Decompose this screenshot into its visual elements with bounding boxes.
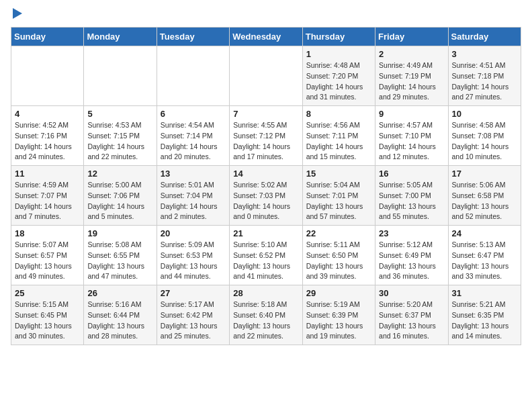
day-info: Sunrise: 4:53 AM Sunset: 7:15 PM Dayligh… [87,120,152,163]
day-number: 7 [233,109,298,119]
calendar-cell: 19Sunrise: 5:08 AM Sunset: 6:55 PM Dayli… [84,226,157,285]
day-number: 22 [306,228,371,238]
day-info: Sunrise: 5:04 AM Sunset: 7:01 PM Dayligh… [306,180,371,222]
day-info: Sunrise: 4:55 AM Sunset: 7:12 PM Dayligh… [233,120,298,163]
day-info: Sunrise: 5:19 AM Sunset: 6:39 PM Dayligh… [306,300,371,342]
weekday-header: Wednesday [230,28,302,46]
day-number: 1 [306,49,371,59]
day-number: 15 [306,169,371,179]
day-number: 20 [161,228,226,238]
day-number: 9 [379,109,444,119]
day-info: Sunrise: 4:52 AM Sunset: 7:16 PM Dayligh… [15,120,80,163]
calendar-cell: 31Sunrise: 5:21 AM Sunset: 6:35 PM Dayli… [448,285,521,345]
page-header [11,11,521,19]
calendar-week-row: 1Sunrise: 4:48 AM Sunset: 7:20 PM Daylig… [11,46,521,106]
day-info: Sunrise: 5:09 AM Sunset: 6:53 PM Dayligh… [161,240,226,282]
calendar-cell: 16Sunrise: 5:05 AM Sunset: 7:00 PM Dayli… [375,166,448,226]
day-info: Sunrise: 4:48 AM Sunset: 7:20 PM Dayligh… [306,60,371,103]
calendar-cell: 6Sunrise: 4:54 AM Sunset: 7:14 PM Daylig… [157,106,229,166]
day-number: 17 [452,169,517,179]
weekday-header: Sunday [11,28,84,46]
calendar-cell [157,46,229,106]
calendar-cell: 9Sunrise: 4:57 AM Sunset: 7:10 PM Daylig… [375,106,448,166]
calendar-week-row: 18Sunrise: 5:07 AM Sunset: 6:57 PM Dayli… [11,226,521,285]
day-number: 24 [452,228,517,238]
calendar-week-row: 11Sunrise: 4:59 AM Sunset: 7:07 PM Dayli… [11,166,521,226]
day-info: Sunrise: 5:16 AM Sunset: 6:44 PM Dayligh… [87,300,152,342]
calendar-cell: 21Sunrise: 5:10 AM Sunset: 6:52 PM Dayli… [230,226,302,285]
day-number: 21 [233,228,298,238]
day-info: Sunrise: 5:15 AM Sunset: 6:45 PM Dayligh… [15,300,80,342]
day-info: Sunrise: 4:57 AM Sunset: 7:10 PM Dayligh… [379,120,444,163]
calendar-cell: 2Sunrise: 4:49 AM Sunset: 7:19 PM Daylig… [375,46,448,106]
calendar-cell: 20Sunrise: 5:09 AM Sunset: 6:53 PM Dayli… [157,226,229,285]
day-number: 31 [452,288,517,298]
day-number: 10 [452,109,517,119]
calendar-cell: 13Sunrise: 5:01 AM Sunset: 7:04 PM Dayli… [157,166,229,226]
calendar-cell: 17Sunrise: 5:06 AM Sunset: 6:58 PM Dayli… [448,166,521,226]
calendar-cell: 5Sunrise: 4:53 AM Sunset: 7:15 PM Daylig… [84,106,157,166]
calendar-cell: 12Sunrise: 5:00 AM Sunset: 7:06 PM Dayli… [84,166,157,226]
calendar-cell: 24Sunrise: 5:13 AM Sunset: 6:47 PM Dayli… [448,226,521,285]
day-number: 8 [306,109,371,119]
day-number: 6 [161,109,226,119]
weekday-header: Monday [84,28,157,46]
day-info: Sunrise: 5:10 AM Sunset: 6:52 PM Dayligh… [233,240,298,282]
day-number: 19 [87,228,152,238]
calendar-cell: 18Sunrise: 5:07 AM Sunset: 6:57 PM Dayli… [11,226,84,285]
day-info: Sunrise: 5:08 AM Sunset: 6:55 PM Dayligh… [87,240,152,282]
day-info: Sunrise: 5:02 AM Sunset: 7:03 PM Dayligh… [233,180,298,222]
day-number: 13 [161,169,226,179]
day-number: 14 [233,169,298,179]
day-info: Sunrise: 4:49 AM Sunset: 7:19 PM Dayligh… [379,60,444,103]
day-info: Sunrise: 5:18 AM Sunset: 6:40 PM Dayligh… [233,300,298,342]
calendar-cell: 15Sunrise: 5:04 AM Sunset: 7:01 PM Dayli… [302,166,375,226]
day-info: Sunrise: 5:06 AM Sunset: 6:58 PM Dayligh… [452,180,517,222]
calendar-cell: 14Sunrise: 5:02 AM Sunset: 7:03 PM Dayli… [230,166,302,226]
calendar-cell: 25Sunrise: 5:15 AM Sunset: 6:45 PM Dayli… [11,285,84,345]
day-info: Sunrise: 5:21 AM Sunset: 6:35 PM Dayligh… [452,300,517,342]
day-info: Sunrise: 5:12 AM Sunset: 6:49 PM Dayligh… [379,240,444,282]
day-number: 30 [379,288,444,298]
calendar-table: SundayMondayTuesdayWednesdayThursdayFrid… [11,27,521,345]
calendar-cell: 1Sunrise: 4:48 AM Sunset: 7:20 PM Daylig… [302,46,375,106]
calendar-cell: 28Sunrise: 5:18 AM Sunset: 6:40 PM Dayli… [230,285,302,345]
day-number: 12 [87,169,152,179]
day-info: Sunrise: 5:05 AM Sunset: 7:00 PM Dayligh… [379,180,444,222]
calendar-cell: 22Sunrise: 5:11 AM Sunset: 6:50 PM Dayli… [302,226,375,285]
day-info: Sunrise: 4:58 AM Sunset: 7:08 PM Dayligh… [452,120,517,163]
calendar-cell: 4Sunrise: 4:52 AM Sunset: 7:16 PM Daylig… [11,106,84,166]
logo-arrow-icon [13,8,22,19]
calendar-cell [84,46,157,106]
calendar-cell: 3Sunrise: 4:51 AM Sunset: 7:18 PM Daylig… [448,46,521,106]
day-info: Sunrise: 4:56 AM Sunset: 7:11 PM Dayligh… [306,120,371,163]
calendar-week-row: 4Sunrise: 4:52 AM Sunset: 7:16 PM Daylig… [11,106,521,166]
day-number: 25 [15,288,80,298]
calendar-cell: 29Sunrise: 5:19 AM Sunset: 6:39 PM Dayli… [302,285,375,345]
calendar-cell: 30Sunrise: 5:20 AM Sunset: 6:37 PM Dayli… [375,285,448,345]
day-info: Sunrise: 4:51 AM Sunset: 7:18 PM Dayligh… [452,60,517,103]
calendar-cell: 27Sunrise: 5:17 AM Sunset: 6:42 PM Dayli… [157,285,229,345]
weekday-header: Tuesday [157,28,229,46]
day-number: 3 [452,49,517,59]
calendar-cell: 10Sunrise: 4:58 AM Sunset: 7:08 PM Dayli… [448,106,521,166]
calendar-header-row: SundayMondayTuesdayWednesdayThursdayFrid… [11,28,521,46]
day-number: 5 [87,109,152,119]
calendar-cell: 8Sunrise: 4:56 AM Sunset: 7:11 PM Daylig… [302,106,375,166]
weekday-header: Friday [375,28,448,46]
day-info: Sunrise: 4:59 AM Sunset: 7:07 PM Dayligh… [15,180,80,222]
day-number: 18 [15,228,80,238]
day-info: Sunrise: 5:13 AM Sunset: 6:47 PM Dayligh… [452,240,517,282]
day-number: 29 [306,288,371,298]
day-info: Sunrise: 5:00 AM Sunset: 7:06 PM Dayligh… [87,180,152,222]
day-info: Sunrise: 4:54 AM Sunset: 7:14 PM Dayligh… [161,120,226,163]
calendar-cell: 26Sunrise: 5:16 AM Sunset: 6:44 PM Dayli… [84,285,157,345]
calendar-cell [230,46,302,106]
weekday-header: Thursday [302,28,375,46]
day-number: 27 [161,288,226,298]
day-number: 2 [379,49,444,59]
day-info: Sunrise: 5:17 AM Sunset: 6:42 PM Dayligh… [161,300,226,342]
calendar-week-row: 25Sunrise: 5:15 AM Sunset: 6:45 PM Dayli… [11,285,521,345]
day-info: Sunrise: 5:20 AM Sunset: 6:37 PM Dayligh… [379,300,444,342]
calendar-cell: 7Sunrise: 4:55 AM Sunset: 7:12 PM Daylig… [230,106,302,166]
